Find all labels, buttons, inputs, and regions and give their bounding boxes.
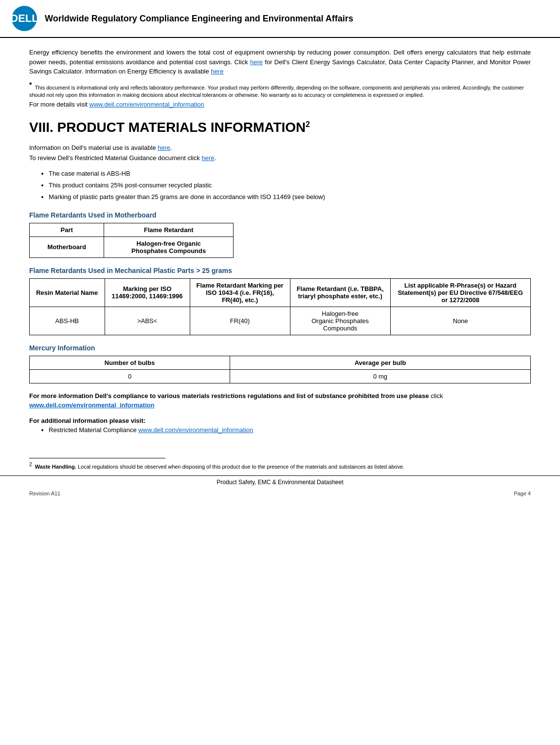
- energy-calc-link[interactable]: here: [250, 58, 263, 66]
- footer-bottom: Revision A11 Page 4: [0, 489, 560, 498]
- flame-motherboard-table: Part Flame Retardant Motherboard Halogen…: [29, 223, 234, 258]
- mech-row-fr-marking: FR(40): [190, 307, 290, 335]
- mercury-heading: Mercury Information: [29, 344, 531, 352]
- additional-info-block: For additional information please visit:…: [29, 417, 531, 434]
- mech-row-fr-type: Halogen-freeOrganic PhosphatesCompounds: [290, 307, 390, 335]
- environmental-info-link-1[interactable]: www.dell.com/environmental_information: [90, 101, 204, 108]
- flame-mechanical-heading: Flame Retardants Used in Mechanical Plas…: [29, 267, 531, 274]
- table-row: 0 0 mg: [30, 369, 531, 383]
- disclaimer-star: *: [29, 81, 32, 89]
- main-content: Energy efficiency benefits the environme…: [0, 38, 560, 443]
- mercury-row-avg: 0 mg: [230, 369, 531, 383]
- bullet-2: This product contains 25% post-consumer …: [49, 180, 531, 191]
- material-line-2: To review Dell's Restricted Material Gui…: [29, 153, 531, 164]
- mercury-col-avg: Average per bulb: [230, 356, 531, 369]
- restricted-material-link[interactable]: www.dell.com/environmental_information: [138, 426, 253, 434]
- mercury-col-bulbs: Number of bulbs: [30, 356, 230, 369]
- additional-heading: For additional information please visit:: [29, 417, 531, 424]
- mech-col-fr-marking: Flame Retardant Marking per ISO 1043-4 (…: [190, 278, 290, 307]
- bullet-3: Marking of plastic parts greater than 25…: [49, 192, 531, 202]
- footer-center: Product Safety, EMC & Environmental Data…: [0, 475, 560, 489]
- material-line-1: Information on Dell's material use is av…: [29, 143, 531, 153]
- flame-motherboard-heading: Flame Retardants Used in Motherboard: [29, 211, 531, 219]
- mb-col-retardant: Flame Retardant: [104, 223, 234, 236]
- dell-logo-icon: DELL: [12, 6, 37, 31]
- mech-row-marking: >ABS<: [105, 307, 190, 335]
- intro-paragraph: Energy efficiency benefits the environme…: [29, 48, 531, 76]
- page-header: DELL Worldwide Regulatory Compliance Eng…: [0, 0, 560, 38]
- mech-col-fr-type: Flame Retardant (i.e. TBBPA, triaryl pho…: [290, 278, 390, 307]
- visit-link-line: For more details visit www.dell.com/envi…: [29, 101, 531, 108]
- material-here-link-1[interactable]: here: [158, 144, 170, 151]
- flame-mechanical-table: Resin Material Name Marking per ISO 1146…: [29, 278, 531, 335]
- footer-page: Page 4: [514, 491, 531, 496]
- material-here-link-2[interactable]: here: [201, 154, 214, 162]
- footnote-divider: [29, 458, 165, 458]
- mb-col-part: Part: [30, 223, 104, 236]
- table-row: Motherboard Halogen-free OrganicPhosphat…: [30, 236, 234, 257]
- footer-revision: Revision A11: [29, 491, 60, 496]
- disclaimer-text: * This document is informational only an…: [29, 80, 531, 99]
- conclusion-link[interactable]: www.dell.com/environmental_information: [29, 401, 154, 409]
- table-row: ABS-HB >ABS< FR(40) Halogen-freeOrganic …: [30, 307, 531, 335]
- mercury-row-bulbs: 0: [30, 369, 230, 383]
- section-8-heading: VIII. PRODUCT MATERIALS INFORMATION2: [29, 120, 531, 135]
- mech-row-name: ABS-HB: [30, 307, 105, 335]
- mech-col-marking: Marking per ISO 11469:2000, 11469:1996: [105, 278, 190, 307]
- mech-row-list: None: [390, 307, 530, 335]
- conclusion-normal-text: click: [429, 392, 443, 400]
- material-bullets: The case material is ABS-HB This product…: [49, 168, 531, 202]
- header-title: Worldwide Regulatory Compliance Engineer…: [45, 14, 353, 24]
- additional-bullets: Restricted Material Compliance www.dell.…: [49, 426, 531, 434]
- mercury-table: Number of bulbs Average per bulb 0 0 mg: [29, 356, 531, 383]
- material-info-block: Information on Dell's material use is av…: [29, 143, 531, 164]
- conclusion-paragraph: For more information Dell's compliance t…: [29, 391, 531, 410]
- footnote-text: 2 Waste Handling. Local regulations shou…: [29, 461, 531, 471]
- conclusion-bold-text: For more information Dell's compliance t…: [29, 392, 429, 400]
- bullet-1: The case material is ABS-HB: [49, 168, 531, 179]
- additional-bullet-1: Restricted Material Compliance www.dell.…: [49, 426, 531, 434]
- mech-col-list: List applicable R-Phrase(s) or Hazard St…: [390, 278, 530, 307]
- energy-efficiency-link[interactable]: here: [211, 68, 223, 75]
- mb-row-retardant: Halogen-free OrganicPhosphates Compounds: [104, 236, 234, 257]
- mech-col-name: Resin Material Name: [30, 278, 105, 307]
- mb-row-part: Motherboard: [30, 236, 104, 257]
- footnote-section: 2 Waste Handling. Local regulations shou…: [0, 458, 560, 471]
- footer-center-text: Product Safety, EMC & Environmental Data…: [217, 479, 343, 486]
- svg-text:DELL: DELL: [12, 12, 37, 24]
